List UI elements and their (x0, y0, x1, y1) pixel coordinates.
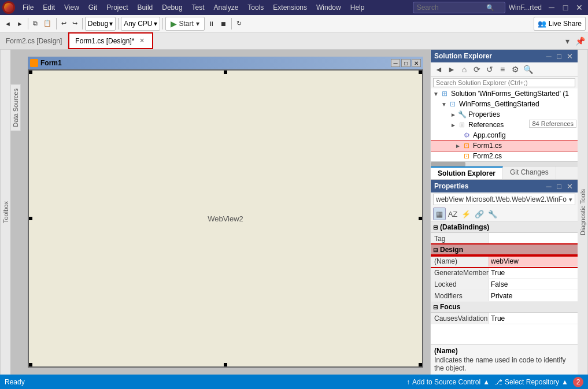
minimize-button[interactable]: ─ (545, 2, 558, 13)
properties-arrow[interactable]: ► (449, 112, 457, 118)
props-close-button[interactable]: ✕ (565, 181, 574, 191)
props-databind-button[interactable]: 🔗 (473, 208, 486, 220)
refresh-button[interactable]: ↻ (234, 17, 244, 31)
tree-properties[interactable]: ► 🔧 Properties (431, 109, 578, 120)
group-design-header[interactable]: ⊟ Design (431, 244, 578, 255)
menu-file[interactable]: File (19, 2, 38, 13)
tree-horizontal-scrollbar[interactable] (431, 161, 578, 166)
tree-form1[interactable]: ► ⊡ Form1.cs (431, 140, 578, 151)
tab-list-button[interactable]: ▾ (561, 35, 573, 47)
form1-arrow[interactable]: ► (454, 143, 462, 149)
stop-button[interactable]: ⏹ (218, 17, 229, 31)
tree-project[interactable]: ▼ ⊡ WinForms_GettingStarted (431, 99, 578, 109)
sol-back-button[interactable]: ◄ (433, 64, 445, 75)
props-modifiers-value[interactable]: Private (489, 290, 578, 301)
solution-search[interactable] (433, 78, 575, 87)
sol-filter-button[interactable]: ≡ (497, 64, 508, 75)
sol-settings-button[interactable]: ⚙ (509, 64, 521, 75)
handle-left[interactable] (29, 217, 32, 220)
nav-back-button[interactable]: ◄ (2, 17, 13, 31)
tree-form2[interactable]: ► ⊡ Form2.cs (431, 151, 578, 161)
start-button[interactable]: ▶ Start ▾ (165, 17, 205, 31)
search-input[interactable] (417, 3, 486, 12)
props-name-input[interactable] (491, 257, 575, 265)
props-causesvalidation-value[interactable]: True (489, 313, 578, 324)
tab-git-changes[interactable]: Git Changes (503, 166, 556, 179)
undo-button[interactable]: ↩ (59, 17, 69, 31)
group-databindings-header[interactable]: ⊟ (DataBindings) (431, 222, 578, 233)
form-maximize-button[interactable]: □ (401, 59, 411, 67)
menu-build[interactable]: Build (134, 2, 157, 13)
source-control-button[interactable]: ↑ Add to Source Control ▲ (406, 378, 490, 386)
tree-references[interactable]: ► ⊞ References 84 References (431, 120, 578, 130)
form-body[interactable]: WebView2 (28, 69, 423, 368)
global-search[interactable]: 🔍 (413, 2, 505, 13)
maximize-panel-button[interactable]: □ (554, 51, 564, 61)
tree-appconfig[interactable]: ► ⚙ App.config (431, 130, 578, 140)
props-wrench-button[interactable]: 🔧 (486, 208, 499, 220)
sol-home-button[interactable]: ⌂ (458, 64, 470, 75)
sol-search2-button[interactable]: 🔍 (522, 64, 534, 75)
properties-object-selector[interactable]: webView Microsoft.Web.WebView2.WinFo ▾ (433, 194, 575, 205)
menu-debug[interactable]: Debug (158, 2, 186, 13)
props-category-button[interactable]: ▦ (433, 208, 446, 220)
live-share-button[interactable]: 👥 Live Share (534, 17, 586, 31)
menu-tools[interactable]: Tools (243, 2, 268, 13)
menu-view[interactable]: View (60, 2, 83, 13)
handle-bottom[interactable] (224, 363, 227, 366)
props-tag-value[interactable] (489, 233, 578, 244)
handle-right[interactable] (419, 217, 422, 220)
pause-button[interactable]: ⏸ (206, 17, 217, 31)
notification-bell[interactable]: 2 (573, 377, 583, 387)
props-pin-button[interactable]: ─ (544, 181, 553, 191)
props-generatemember-value[interactable]: True (489, 267, 578, 278)
toolbox-panel[interactable]: Toolbox (0, 50, 10, 375)
tree-scroll-thumb[interactable] (431, 162, 465, 166)
close-button[interactable]: ✕ (573, 2, 586, 13)
tab-form2-design[interactable]: Form2.cs [Design] (0, 32, 68, 49)
menu-help[interactable]: Help (346, 2, 369, 13)
solution-arrow[interactable]: ▼ (432, 91, 440, 97)
props-events-button[interactable]: ⚡ (460, 208, 472, 220)
maximize-button[interactable]: □ (559, 2, 572, 13)
handle-topright[interactable] (419, 71, 422, 74)
props-name-value[interactable] (489, 255, 578, 266)
tab-pin-button[interactable]: 📌 (574, 35, 586, 47)
menu-window[interactable]: Window (312, 2, 345, 13)
tab-close-button[interactable]: ✕ (138, 36, 146, 45)
menu-analyze[interactable]: Analyze (210, 2, 243, 13)
solution-search-input[interactable] (436, 79, 572, 86)
menu-project[interactable]: Project (102, 2, 132, 13)
menu-git[interactable]: Git (84, 2, 101, 13)
props-sort-button[interactable]: AZ (446, 208, 459, 220)
sol-forward-button[interactable]: ► (446, 64, 457, 75)
platform-dropdown[interactable]: Any CPU ▾ (121, 17, 160, 31)
tab-form1-design[interactable]: Form1.cs [Design]* ✕ (68, 32, 153, 49)
form-minimize-button[interactable]: ─ (391, 59, 400, 67)
tab-solution-explorer[interactable]: Solution Explorer (431, 166, 503, 179)
group-focus-header[interactable]: ⊟ Focus (431, 302, 578, 313)
references-arrow[interactable]: ► (449, 122, 457, 128)
menu-test[interactable]: Test (188, 2, 209, 13)
handle-top[interactable] (224, 71, 227, 74)
data-sources-panel[interactable]: Data Sources (10, 84, 21, 131)
form-close-button[interactable]: ✕ (412, 59, 421, 67)
handle-bottomright[interactable] (419, 363, 422, 366)
diagnostic-tools-tab[interactable]: Diagnostic Tools (578, 50, 588, 375)
props-maximize-button[interactable]: □ (554, 181, 564, 191)
redo-button[interactable]: ↪ (70, 17, 80, 31)
pin-button[interactable]: ─ (544, 51, 553, 61)
nav-forward-button[interactable]: ► (14, 17, 25, 31)
tree-solution[interactable]: ▼ ⊞ Solution 'WinForms_GettingStarted' (… (431, 88, 578, 99)
config-dropdown[interactable]: Debug ▾ (85, 17, 116, 31)
project-arrow[interactable]: ▼ (440, 101, 448, 108)
handle-bottomleft[interactable] (29, 363, 32, 366)
props-locked-value[interactable]: False (489, 279, 578, 290)
copy-button[interactable]: ⧉ (31, 17, 40, 31)
sol-sync-button[interactable]: ⟳ (471, 64, 483, 75)
paste-button[interactable]: 📋 (41, 17, 54, 31)
sol-refresh-button[interactable]: ↺ (484, 64, 495, 75)
handle-topleft[interactable] (29, 71, 32, 74)
menu-edit[interactable]: Edit (39, 2, 59, 13)
close-panel-button[interactable]: ✕ (565, 51, 574, 61)
